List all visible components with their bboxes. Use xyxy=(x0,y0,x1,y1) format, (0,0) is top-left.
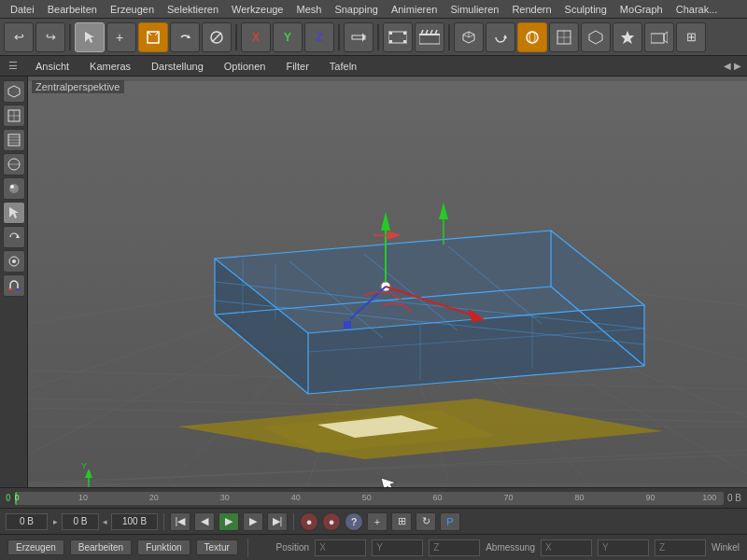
tick-60: 60 xyxy=(433,493,443,502)
tick-40: 40 xyxy=(291,493,301,502)
project-settings-button[interactable]: P xyxy=(440,512,460,531)
cube-tool-button[interactable] xyxy=(138,22,168,52)
tick-0: 0 xyxy=(15,493,20,502)
undo-button[interactable]: ↩ xyxy=(4,22,34,52)
abmessung-label: Abmessung xyxy=(486,542,535,553)
toolbar: ↩ ↪ + X Y Z xyxy=(0,19,747,56)
tube-button[interactable] xyxy=(581,22,611,52)
x-axis-button[interactable]: X xyxy=(241,22,271,52)
bottom-left-section: Erzeugen Bearbeiten Funktion Textur xyxy=(7,539,238,555)
vp-menu-darstellung[interactable]: Darstellung xyxy=(146,59,209,74)
funktion-button[interactable]: Funktion xyxy=(137,539,190,555)
z-axis-button[interactable]: Z xyxy=(304,22,334,52)
textur-button[interactable]: Textur xyxy=(196,539,238,555)
select-tool-button[interactable] xyxy=(75,22,105,52)
subdiv-button[interactable] xyxy=(549,22,579,52)
sidebar-mesh-btn[interactable] xyxy=(3,105,25,127)
abmessung-y-input[interactable] xyxy=(598,539,649,556)
viewport-menu-icon[interactable]: ☰ xyxy=(6,59,21,74)
extra-button[interactable]: ⊞ xyxy=(676,22,706,52)
tick-10: 10 xyxy=(78,493,88,502)
toolbar-separator-2 xyxy=(235,24,237,50)
playback-sep-3 xyxy=(163,513,164,530)
vp-menu-optionen[interactable]: Optionen xyxy=(218,59,272,74)
film-button[interactable] xyxy=(383,22,413,52)
menu-bearbeiten[interactable]: Bearbeiten xyxy=(41,0,104,18)
loop-button[interactable] xyxy=(486,22,515,52)
clapper-button[interactable] xyxy=(415,22,444,52)
menu-simulieren[interactable]: Simulieren xyxy=(444,0,505,18)
tick-80: 80 xyxy=(575,493,585,502)
vp-menu-filter[interactable]: Filter xyxy=(280,59,314,74)
frame-start-input[interactable] xyxy=(6,513,48,530)
sidebar-color-btn[interactable] xyxy=(3,177,25,200)
menu-erzeugen[interactable]: Erzeugen xyxy=(104,0,161,18)
position-x-input[interactable] xyxy=(315,539,366,556)
menu-rendern[interactable]: Rendern xyxy=(505,0,557,18)
menu-animieren[interactable]: Animieren xyxy=(385,0,444,18)
goto-end-button[interactable]: ▶| xyxy=(267,512,288,531)
frame-current-input[interactable] xyxy=(62,513,99,530)
timeline-start-label: 0 xyxy=(6,493,11,503)
svg-point-50 xyxy=(12,259,16,263)
position-y-input[interactable] xyxy=(372,539,423,556)
sidebar-snap-btn[interactable] xyxy=(3,250,25,273)
record2-button[interactable]: ● xyxy=(322,512,341,531)
box3d-button[interactable] xyxy=(454,22,484,52)
menu-selektieren[interactable]: Selektieren xyxy=(161,0,225,18)
abmessung-x-input[interactable] xyxy=(541,539,592,556)
sphere3d-button[interactable] xyxy=(517,22,547,52)
keyframe-options-button[interactable]: ⊞ xyxy=(391,512,412,531)
rotate-tool-button[interactable] xyxy=(170,22,200,52)
frame-end-input[interactable] xyxy=(111,513,158,530)
star-button[interactable] xyxy=(613,22,642,52)
svg-marker-34 xyxy=(664,32,668,43)
timeline-track[interactable]: 0 10 20 30 40 50 60 70 80 90 100 xyxy=(15,492,724,505)
sidebar-poly-btn[interactable] xyxy=(3,153,25,175)
menu-werkzeuge[interactable]: Werkzeuge xyxy=(225,0,289,18)
no-tool-button[interactable] xyxy=(202,22,232,52)
svg-rect-11 xyxy=(389,32,392,35)
redo-button[interactable]: ↪ xyxy=(35,22,65,52)
bearbeiten-button[interactable]: Bearbeiten xyxy=(70,539,132,555)
erzeugen-button[interactable]: Erzeugen xyxy=(7,539,64,555)
playback-bar: ▸ ◂ |◀ ◀ ▶ ▶ ▶| ● ● ? + ⊞ ↻ P xyxy=(0,508,747,534)
vp-menu-ansicht[interactable]: Ansicht xyxy=(30,59,75,74)
sidebar-magnet-btn[interactable] xyxy=(3,274,25,297)
sidebar-cube-btn[interactable] xyxy=(3,80,25,103)
menu-datei[interactable]: Datei xyxy=(4,0,41,18)
menu-mesh[interactable]: Mesh xyxy=(289,0,328,18)
camera-button[interactable] xyxy=(644,22,674,52)
add-tool-button[interactable]: + xyxy=(106,22,136,52)
loop-button[interactable]: ↻ xyxy=(416,512,436,531)
left-sidebar xyxy=(0,77,28,487)
svg-rect-12 xyxy=(403,32,406,35)
viewport-arrows[interactable]: ◀ ▶ xyxy=(724,61,741,71)
tick-70: 70 xyxy=(504,493,514,502)
vp-menu-tafeln[interactable]: Tafeln xyxy=(324,59,362,74)
vp-menu-kameras[interactable]: Kameras xyxy=(84,59,136,74)
sidebar-shader-btn[interactable] xyxy=(3,129,25,151)
y-axis-button[interactable]: Y xyxy=(273,22,303,52)
record-button[interactable]: ● xyxy=(300,512,318,531)
svg-point-46 xyxy=(10,185,14,189)
toolbar-separator-1 xyxy=(69,24,71,50)
play-button[interactable]: ▶ xyxy=(218,512,239,531)
add-keyframe-button[interactable]: + xyxy=(367,512,388,531)
arrow-tool-button[interactable] xyxy=(344,22,374,52)
menu-mograph[interactable]: MoGraph xyxy=(613,0,669,18)
menu-charak[interactable]: Charak... xyxy=(669,0,725,18)
sidebar-rotate-btn[interactable] xyxy=(3,226,25,248)
abmessung-z-input[interactable] xyxy=(655,539,706,556)
goto-start-button[interactable]: |◀ xyxy=(170,512,190,531)
sidebar-select-btn[interactable] xyxy=(3,202,25,224)
help-button[interactable]: ? xyxy=(345,512,363,531)
timeline-end-label: 0 B xyxy=(727,493,741,503)
position-z-input[interactable] xyxy=(429,539,480,556)
menu-sculpting[interactable]: Sculpting xyxy=(558,0,613,18)
menu-snapping[interactable]: Snapping xyxy=(328,0,385,18)
prev-frame-button[interactable]: ◀ xyxy=(194,512,215,531)
bottom-right-section: Position Abmessung Winkel xyxy=(276,539,740,556)
viewport[interactable]: Zentralperspektive xyxy=(28,77,747,487)
next-frame-button[interactable]: ▶ xyxy=(243,512,263,531)
